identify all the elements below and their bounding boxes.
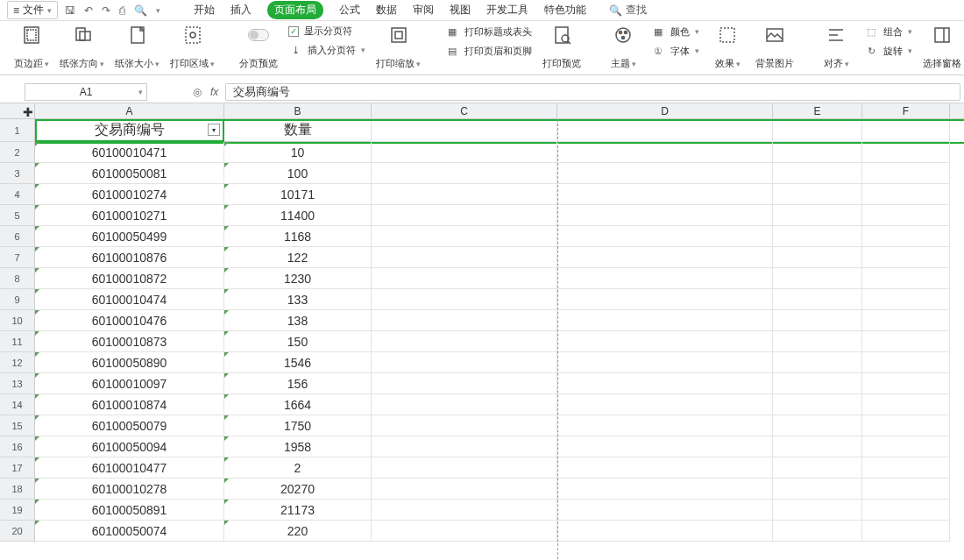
cell[interactable]: [773, 521, 862, 542]
cell[interactable]: [372, 521, 557, 542]
row-header[interactable]: 2: [0, 142, 35, 163]
print-icon[interactable]: ⎙: [119, 4, 125, 17]
bg-image-button[interactable]: 背景图片: [755, 25, 794, 70]
tab-page-layout[interactable]: 页面布局: [267, 1, 323, 19]
cell[interactable]: [557, 247, 773, 268]
row-header[interactable]: 20: [0, 521, 35, 542]
cell[interactable]: 60100010873: [35, 331, 224, 352]
cell[interactable]: [773, 289, 862, 310]
cell[interactable]: [773, 352, 862, 373]
cell[interactable]: [862, 205, 950, 226]
cell[interactable]: [372, 247, 557, 268]
cell[interactable]: 60100050081: [35, 163, 224, 184]
cell[interactable]: [773, 373, 862, 394]
cell[interactable]: [372, 226, 557, 247]
cell[interactable]: 1958: [224, 436, 372, 457]
row-header[interactable]: 7: [0, 247, 35, 268]
cell[interactable]: 60100050891: [35, 500, 224, 521]
row-header[interactable]: 9: [0, 289, 35, 310]
col-header-e[interactable]: E: [773, 103, 862, 118]
select-all-corner[interactable]: ✚: [0, 103, 35, 119]
cell[interactable]: 2: [224, 457, 372, 478]
cell[interactable]: 10: [224, 142, 372, 163]
tab-formula[interactable]: 公式: [339, 3, 360, 18]
cell[interactable]: [862, 436, 950, 457]
row-header[interactable]: 13: [0, 373, 35, 394]
tab-view[interactable]: 视图: [450, 3, 471, 18]
page-break-preview-button[interactable]: 分页预览: [239, 25, 278, 70]
cell[interactable]: [862, 289, 950, 310]
cell[interactable]: [372, 289, 557, 310]
cell[interactable]: 60100010477: [35, 457, 224, 478]
cell[interactable]: 156: [224, 373, 372, 394]
cell[interactable]: [773, 478, 862, 500]
effect-button[interactable]: 效果▾: [710, 25, 745, 70]
cell[interactable]: [862, 184, 950, 205]
align-button[interactable]: 对齐▾: [819, 25, 854, 70]
row-header[interactable]: 4: [0, 184, 35, 205]
cell[interactable]: [773, 247, 862, 268]
cell[interactable]: [372, 500, 557, 521]
paper-size-button[interactable]: 纸张大小▾: [115, 25, 159, 70]
cell[interactable]: [862, 415, 950, 436]
row-header[interactable]: 15: [0, 415, 35, 436]
row-header[interactable]: 12: [0, 352, 35, 373]
print-header-footer-button[interactable]: ▤打印页眉和页脚: [445, 44, 532, 58]
cell[interactable]: [557, 163, 773, 184]
cell[interactable]: 数量: [224, 119, 372, 142]
cell[interactable]: 1664: [224, 394, 372, 415]
print-scale-button[interactable]: 打印缩放▾: [376, 25, 421, 70]
row-header[interactable]: 1: [0, 119, 35, 142]
tab-insert[interactable]: 插入: [230, 3, 252, 18]
cell[interactable]: [372, 119, 557, 142]
cell[interactable]: [773, 205, 862, 226]
cell[interactable]: [557, 373, 773, 394]
formula-input[interactable]: 交易商编号: [225, 83, 960, 101]
cell[interactable]: 20270: [224, 478, 372, 500]
cell[interactable]: 1230: [224, 268, 372, 289]
cell[interactable]: 100: [224, 163, 372, 184]
cell[interactable]: [557, 394, 773, 415]
fx-icon[interactable]: fx: [210, 86, 218, 98]
cell[interactable]: [557, 289, 773, 310]
cell[interactable]: [372, 436, 557, 457]
page-margin-button[interactable]: 页边距▾: [14, 25, 49, 70]
cell[interactable]: [862, 119, 950, 142]
cell[interactable]: [372, 163, 557, 184]
cell[interactable]: 11400: [224, 205, 372, 226]
cell[interactable]: [862, 226, 950, 247]
tab-start[interactable]: 开始: [194, 3, 215, 18]
tab-devtools[interactable]: 开发工具: [486, 3, 528, 18]
cell[interactable]: [557, 415, 773, 436]
cell[interactable]: [557, 119, 773, 142]
cell[interactable]: 60100010271: [35, 205, 224, 226]
cell[interactable]: [557, 331, 773, 352]
group-button[interactable]: ⬚组合▾: [864, 25, 912, 39]
cell[interactable]: [862, 247, 950, 268]
col-header-c[interactable]: C: [372, 103, 557, 118]
cell[interactable]: [557, 184, 773, 205]
cell[interactable]: 220: [224, 521, 372, 542]
cell[interactable]: 60100010097: [35, 373, 224, 394]
cell[interactable]: [372, 478, 557, 500]
tab-special[interactable]: 特色功能: [544, 3, 586, 18]
cell[interactable]: [862, 394, 950, 415]
cell[interactable]: 60100010872: [35, 268, 224, 289]
cell[interactable]: [557, 310, 773, 331]
cell[interactable]: [372, 373, 557, 394]
tab-data[interactable]: 数据: [376, 3, 397, 18]
cell[interactable]: [773, 310, 862, 331]
cell[interactable]: [773, 415, 862, 436]
row-header[interactable]: 6: [0, 226, 35, 247]
cell[interactable]: 1546: [224, 352, 372, 373]
cell[interactable]: [773, 331, 862, 352]
file-menu[interactable]: ≡ 文件 ▾: [7, 1, 58, 19]
cell[interactable]: 60100050094: [35, 436, 224, 457]
cell[interactable]: [557, 478, 773, 500]
cell[interactable]: [557, 436, 773, 457]
row-header[interactable]: 11: [0, 331, 35, 352]
cell[interactable]: [862, 268, 950, 289]
cell[interactable]: [862, 331, 950, 352]
cell[interactable]: [372, 352, 557, 373]
cell[interactable]: [557, 205, 773, 226]
